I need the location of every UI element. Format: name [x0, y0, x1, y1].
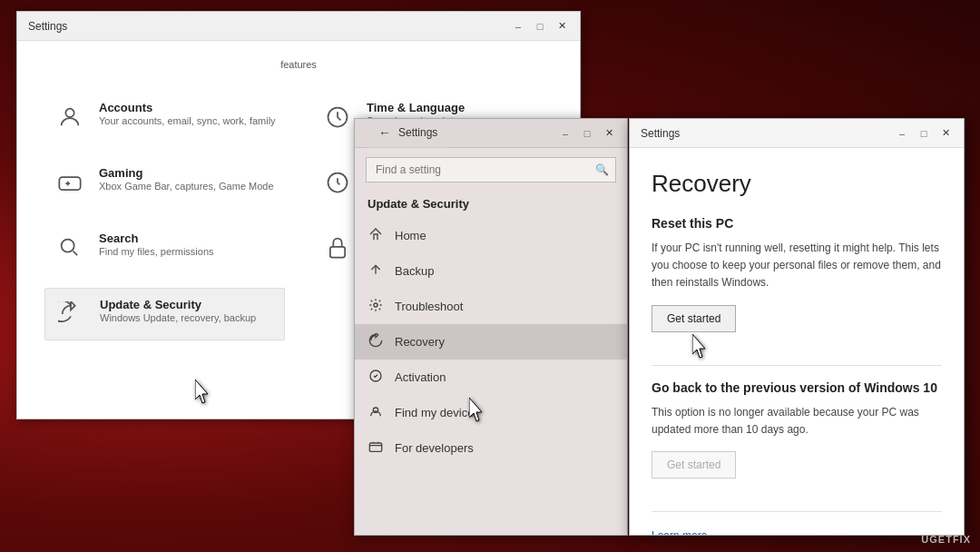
back-button[interactable]: ← Settings	[366, 118, 450, 148]
go-back-heading: Go back to the previous version of Windo…	[652, 380, 942, 395]
accounts-icon	[54, 101, 86, 133]
search-input[interactable]	[366, 157, 616, 182]
svg-point-4	[62, 240, 74, 252]
titlebar-controls-back: – □ ✕	[511, 19, 569, 34]
nav-item-find-device[interactable]: Find my device	[355, 395, 627, 430]
window-mid: ← Settings – □ ✕ 🔍 Update & Security Hom…	[354, 118, 628, 536]
find-device-icon	[368, 404, 384, 421]
reset-pc-text: If your PC isn't running well, resetting…	[652, 240, 942, 292]
update-icon	[54, 298, 87, 330]
svg-marker-11	[469, 398, 482, 421]
nav-item-backup[interactable]: Backup	[355, 253, 627, 289]
privacy-icon	[321, 232, 354, 264]
troubleshoot-icon	[368, 298, 384, 315]
settings-text-search: Search Find my files, permissions	[99, 232, 214, 259]
settings-item-search[interactable]: Search Find my files, permissions	[44, 222, 285, 273]
svg-marker-12	[692, 334, 705, 358]
nav-list: Home Backup Troubleshoot	[355, 218, 627, 466]
titlebar-front: Settings – □ ✕	[630, 119, 964, 148]
minimize-button-back[interactable]: –	[511, 19, 525, 34]
settings-item-gaming[interactable]: Gaming Xbox Game Bar, captures, Game Mod…	[44, 157, 285, 208]
cursor-1	[195, 380, 215, 409]
learn-more-link[interactable]: Learn more	[652, 529, 707, 535]
maximize-button-mid[interactable]: □	[580, 126, 594, 141]
close-button-front[interactable]: ✕	[938, 126, 953, 141]
settings-item-accounts[interactable]: Accounts Your accounts, email, sync, wor…	[44, 92, 285, 143]
svg-point-0	[65, 109, 74, 117]
back-subtitle: features	[44, 59, 553, 70]
cursor-3	[692, 334, 712, 363]
nav-item-recovery[interactable]: Recovery	[355, 324, 627, 360]
titlebar-back: Settings – □ ✕	[17, 12, 580, 41]
developers-icon	[368, 439, 384, 457]
cursor-2	[469, 398, 489, 427]
close-button-mid[interactable]: ✕	[602, 126, 616, 141]
ease-icon	[321, 166, 354, 199]
watermark: UGETFIX	[921, 534, 971, 545]
maximize-button-front[interactable]: □	[916, 126, 931, 141]
search-icon-mid: 🔍	[595, 163, 609, 176]
time-icon	[321, 101, 354, 133]
recovery-title: Recovery	[652, 170, 942, 198]
search-icon	[54, 232, 86, 264]
backup-icon	[368, 262, 384, 280]
svg-point-7	[374, 303, 377, 307]
search-container: 🔍	[366, 157, 616, 182]
nav-item-developers[interactable]: For developers	[355, 430, 627, 466]
recovery-content: Recovery Reset this PC If your PC isn't …	[630, 148, 964, 535]
activation-icon	[368, 369, 384, 386]
titlebar-title-mid: Settings	[398, 126, 437, 139]
svg-rect-10	[369, 443, 381, 451]
go-back-text: This option is no longer available becau…	[652, 404, 942, 439]
get-started-button-1[interactable]: Get started	[652, 305, 736, 332]
titlebar-title-front: Settings	[641, 127, 680, 140]
titlebar-controls-mid: – □ ✕	[558, 126, 616, 141]
minimize-button-front[interactable]: –	[895, 126, 909, 141]
nav-item-home[interactable]: Home	[355, 218, 627, 253]
nav-item-troubleshoot[interactable]: Troubleshoot	[355, 289, 627, 324]
recovery-icon	[368, 333, 384, 350]
gaming-icon	[54, 166, 86, 199]
settings-text-accounts: Accounts Your accounts, email, sync, wor…	[99, 101, 276, 128]
titlebar-title-back: Settings	[28, 20, 67, 33]
divider-1	[652, 365, 942, 366]
reset-pc-heading: Reset this PC	[652, 216, 942, 231]
maximize-button-back[interactable]: □	[533, 19, 547, 34]
titlebar-controls-front: – □ ✕	[895, 126, 953, 141]
svg-marker-6	[195, 380, 208, 403]
back-arrow-icon: ←	[378, 125, 391, 140]
nav-item-activation[interactable]: Activation	[355, 360, 627, 395]
close-button-back[interactable]: ✕	[554, 19, 569, 34]
minimize-button-mid[interactable]: –	[558, 126, 573, 141]
svg-rect-5	[330, 247, 345, 258]
settings-text-update: Update & Security Windows Update, recove…	[100, 298, 256, 325]
divider-2	[652, 511, 942, 512]
home-icon	[368, 227, 384, 244]
window-front: Settings – □ ✕ Recovery Reset this PC If…	[629, 118, 965, 536]
titlebar-mid: ← Settings – □ ✕	[355, 119, 627, 148]
settings-text-gaming: Gaming Xbox Game Bar, captures, Game Mod…	[99, 166, 274, 193]
section-title: Update & Security	[355, 192, 627, 218]
settings-item-update[interactable]: Update & Security Windows Update, recove…	[44, 288, 285, 340]
get-started-button-2[interactable]: Get started	[652, 451, 736, 478]
